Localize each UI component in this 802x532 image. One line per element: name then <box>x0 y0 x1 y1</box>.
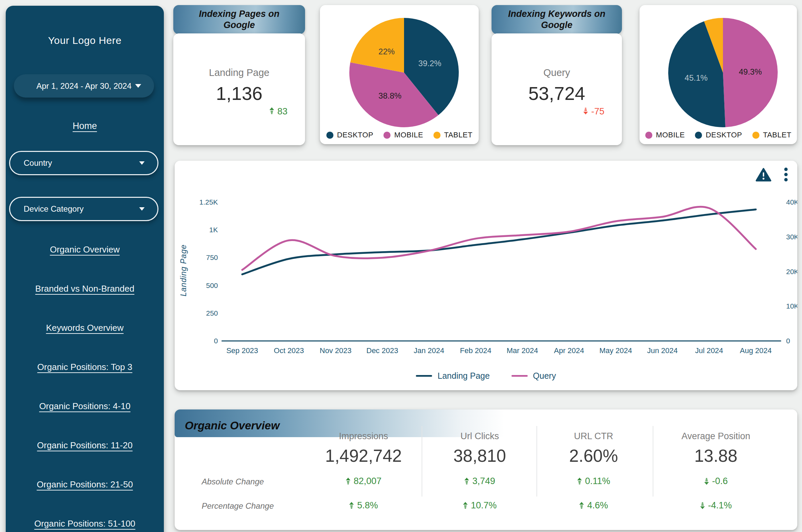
left-axis-tick: 1K <box>209 226 218 233</box>
x-axis-label: Apr 2024 <box>554 346 584 355</box>
x-axis-label: Jul 2024 <box>695 346 723 355</box>
legend-label: Query <box>533 371 556 381</box>
device-category-filter[interactable]: Device Category <box>9 197 159 221</box>
legend-label: DESKTOP <box>337 131 373 139</box>
pages-by-device-pie-card: 39.2%38.8%22% DESKTOPMOBILETABLET <box>320 5 479 144</box>
metric-label: Landing Page <box>173 67 305 78</box>
logo-text: Your Logo Here <box>6 35 164 46</box>
percentage-change-value: -4.1% <box>655 500 777 511</box>
legend-item-mobile[interactable]: MOBILE <box>645 131 685 139</box>
metric-change: -75 <box>583 106 604 117</box>
metric-header: URL CTR <box>533 431 654 441</box>
keywords-by-device-pie-card: 49.3%45.1% MOBILEDESKTOPTABLET <box>639 5 797 144</box>
absolute-change-row-label: Absolute Change <box>202 477 264 487</box>
sidebar-link-organic-positions-51-100[interactable]: Organic Positions: 51-100 <box>34 518 135 529</box>
arrow-down-icon <box>704 478 709 485</box>
indexing-pages-card-body: Landing Page 1,136 83 <box>173 33 305 145</box>
date-range-label: Apr 1, 2024 - Apr 30, 2024 <box>36 81 132 91</box>
arrow-up-icon <box>346 478 351 485</box>
legend-swatch <box>326 132 333 139</box>
metric-value: 2.60% <box>533 446 654 466</box>
sidebar-nav: Organic OverviewBranded vs Non-BrandedKe… <box>6 244 164 529</box>
sidebar-link-keywords-overview[interactable]: Keywords Overview <box>46 323 124 333</box>
column-divider <box>536 426 537 497</box>
arrow-up-icon <box>579 502 584 509</box>
left-axis-tick: 250 <box>206 309 218 317</box>
sidebar-link-organic-positions-4-10[interactable]: Organic Positions: 4-10 <box>39 401 130 412</box>
x-axis-label: Jun 2024 <box>647 346 678 355</box>
legend-label: MOBILE <box>656 131 685 139</box>
pie-slice-label: 49.3% <box>739 67 762 76</box>
chevron-down-icon <box>135 84 141 88</box>
chart-toolbar <box>756 167 788 182</box>
sidebar-link-organic-overview[interactable]: Organic Overview <box>50 244 120 255</box>
warning-icon[interactable] <box>756 168 771 182</box>
percentage-change-row-label: Percentage Change <box>202 501 274 511</box>
legend-item-tablet[interactable]: TABLET <box>434 131 473 139</box>
card-title: Indexing Keywords on Google <box>500 8 613 31</box>
chart-legend-item-landing-page[interactable]: Landing Page <box>416 371 490 381</box>
arrow-down-icon <box>583 107 588 114</box>
change-value: -75 <box>591 106 604 117</box>
pie-slice-label: 38.8% <box>378 91 401 100</box>
home-link[interactable]: Home <box>6 121 164 131</box>
absolute-change-value: 3,749 <box>419 476 541 487</box>
metric-value: 38,810 <box>419 446 541 466</box>
legend-item-desktop[interactable]: DESKTOP <box>695 131 742 139</box>
arrow-up-icon <box>269 107 274 114</box>
column-divider <box>422 426 422 497</box>
metric-header: Average Position <box>655 431 777 441</box>
legend-item-mobile[interactable]: MOBILE <box>383 131 423 139</box>
organic-overview-title: Organic Overview <box>185 419 280 432</box>
chart-legend-item-query[interactable]: Query <box>511 371 556 381</box>
x-axis-label: Aug 2024 <box>740 346 771 355</box>
chart-legend: Landing PageQuery <box>175 371 797 381</box>
country-filter[interactable]: Country <box>9 151 159 175</box>
device-category-filter-label: Device Category <box>24 204 84 214</box>
overview-column-url-clicks: Url Clicks38,8103,74910.7% <box>419 410 541 530</box>
x-axis-label: Jan 2024 <box>414 346 444 355</box>
card-title: Indexing Pages on Google <box>182 8 296 31</box>
pie-slice-label: 39.2% <box>418 59 441 68</box>
change-arrow <box>583 106 588 117</box>
right-axis-tick: 0 <box>786 337 790 345</box>
indexing-pages-card-header: Indexing Pages on Google <box>173 5 305 34</box>
legend-label: TABLET <box>444 131 473 139</box>
arrow-up-icon <box>349 502 354 509</box>
change-arrow <box>269 106 274 117</box>
chevron-down-icon <box>139 207 145 211</box>
legend-item-tablet[interactable]: TABLET <box>752 131 791 139</box>
kebab-menu-icon[interactable] <box>784 167 788 182</box>
absolute-change-value: -0.6 <box>655 476 777 487</box>
legend-swatch <box>383 132 390 139</box>
right-axis-tick: 40K <box>786 198 797 206</box>
left-axis-title: Landing Page <box>179 233 189 307</box>
percentage-change-value: 4.6% <box>533 500 654 511</box>
x-axis-label: Dec 2023 <box>367 346 398 355</box>
pie-legend: DESKTOPMOBILETABLET <box>320 131 479 139</box>
left-axis-tick: 0 <box>214 337 218 345</box>
sidebar-link-branded-vs-non-branded[interactable]: Branded vs Non-Branded <box>35 284 134 294</box>
left-axis-tick: 1.25K <box>199 198 218 206</box>
metric-value: 1,492,742 <box>303 446 424 466</box>
pages-by-device-pie-chart: 39.2%38.8%22% <box>320 5 479 144</box>
metric-change: 83 <box>269 106 288 117</box>
sidebar-link-organic-positions-21-50[interactable]: Organic Positions: 21-50 <box>37 479 133 490</box>
change-value: 83 <box>277 106 288 117</box>
absolute-change-value: 82,007 <box>303 476 424 487</box>
overview-column-impressions: Impressions1,492,74282,0075.8% <box>303 410 424 530</box>
legend-label: TABLET <box>763 131 791 139</box>
metric-value: 53,724 <box>492 83 622 104</box>
sidebar-link-organic-positions-top-3[interactable]: Organic Positions: Top 3 <box>37 362 132 372</box>
series-line-landing-page <box>242 209 756 274</box>
arrow-up-icon <box>464 478 469 485</box>
left-axis-tick: 750 <box>206 253 218 261</box>
country-filter-label: Country <box>24 158 52 168</box>
pie-slice-label: 45.1% <box>685 73 708 82</box>
percentage-change-value: 10.7% <box>419 500 541 511</box>
overview-column-url-ctr: URL CTR2.60%0.11%4.6% <box>533 410 654 530</box>
sidebar-link-organic-positions-11-20[interactable]: Organic Positions: 11-20 <box>37 440 133 451</box>
date-range-picker[interactable]: Apr 1, 2024 - Apr 30, 2024 <box>14 74 154 98</box>
indexing-keywords-card-body: Query 53,724 -75 <box>492 33 622 145</box>
legend-item-desktop[interactable]: DESKTOP <box>326 131 373 139</box>
